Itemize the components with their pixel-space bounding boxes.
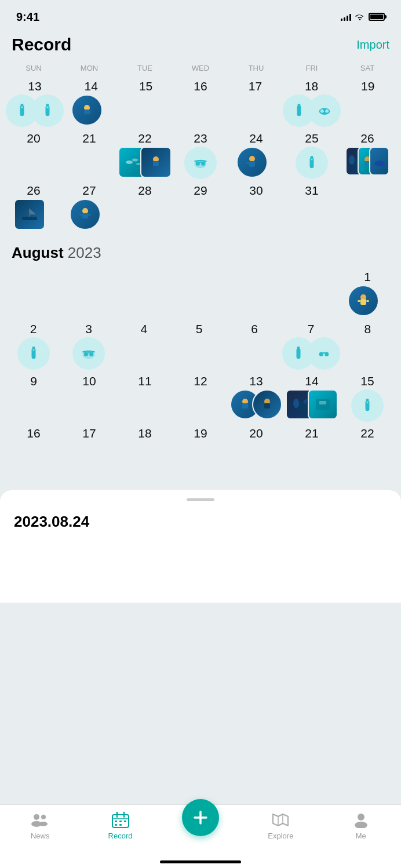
- drag-handle[interactable]: [187, 498, 214, 501]
- svg-rect-22: [201, 162, 205, 166]
- cal-day-aug15[interactable]: 15: [340, 372, 395, 424]
- status-icons: [341, 12, 385, 22]
- svg-rect-41: [88, 214, 91, 216]
- cal-day-30[interactable]: 30: [228, 181, 284, 234]
- dive-entry-aug13: [230, 389, 282, 420]
- tab-explore[interactable]: Explore: [260, 811, 301, 840]
- weekday-sat: SAT: [340, 61, 395, 75]
- svg-rect-55: [319, 352, 323, 356]
- cal-day-26sun[interactable]: 26: [6, 181, 61, 234]
- status-time: 9:41: [16, 10, 39, 24]
- cal-day-25[interactable]: 25: [284, 129, 340, 181]
- cal-day-aug1[interactable]: 1: [340, 268, 395, 320]
- cal-day-aug20[interactable]: 20: [228, 424, 284, 476]
- cal-day-aug7[interactable]: 7: [282, 320, 340, 372]
- cal-day-aug9[interactable]: 9: [6, 372, 61, 424]
- tab-news-label: News: [31, 831, 50, 840]
- wifi-icon: [355, 12, 365, 22]
- cal-day-aug22[interactable]: 22: [340, 424, 395, 476]
- svg-rect-44: [358, 300, 360, 302]
- import-button[interactable]: Import: [356, 38, 389, 52]
- cal-day-aug14[interactable]: 14: [284, 372, 340, 424]
- svg-point-16: [132, 159, 138, 162]
- svg-rect-28: [311, 156, 313, 158]
- weekday-wed: WED: [173, 61, 228, 75]
- cal-day-aug21[interactable]: 21: [284, 424, 340, 476]
- july-week2: 20 21 22: [6, 129, 395, 181]
- cal-day-13[interactable]: 13: [6, 77, 64, 129]
- tab-explore-label: Explore: [268, 831, 293, 840]
- cal-day-27[interactable]: 27: [61, 181, 117, 234]
- cal-day-aug10[interactable]: 10: [61, 372, 117, 424]
- cal-day-19[interactable]: 19: [341, 77, 395, 129]
- dive-photo-aug1: [348, 285, 379, 316]
- cal-day-aug13[interactable]: 13: [228, 372, 284, 424]
- home-indicator: [160, 860, 241, 863]
- cal-day-21[interactable]: 21: [61, 129, 117, 181]
- svg-rect-77: [115, 820, 117, 822]
- svg-rect-26: [246, 162, 249, 164]
- cal-day-aug11[interactable]: 11: [117, 372, 173, 424]
- cal-day-18[interactable]: 18: [283, 77, 341, 129]
- svg-rect-61: [264, 403, 270, 409]
- cal-day-20[interactable]: 20: [6, 129, 61, 181]
- cal-day-aug19[interactable]: 19: [173, 424, 228, 476]
- cal-day-24[interactable]: 24: [228, 129, 284, 181]
- cal-day-16[interactable]: 16: [173, 77, 228, 129]
- august-month-title: August 2023: [6, 234, 395, 268]
- august-week3: 16 17 18 19 20 21 22: [6, 424, 395, 476]
- svg-rect-80: [115, 824, 117, 826]
- cal-day-aug3[interactable]: 3: [61, 320, 116, 372]
- cal-day-aug17[interactable]: 17: [61, 424, 117, 476]
- tab-news[interactable]: News: [20, 811, 60, 840]
- svg-point-88: [355, 822, 367, 828]
- dive-entry-26sat: [345, 147, 389, 176]
- dive-photo-26: [14, 199, 45, 230]
- cal-day-26sat[interactable]: 26: [340, 129, 395, 181]
- svg-marker-37: [30, 209, 36, 214]
- tab-add[interactable]: [180, 811, 221, 836]
- date-panel: 2023.08.24: [0, 490, 401, 603]
- cal-day-aug6[interactable]: 6: [227, 320, 282, 372]
- tank-icon-aug2: [17, 337, 50, 370]
- tab-me[interactable]: Me: [341, 811, 381, 840]
- dive-entry-aug7: [282, 337, 340, 370]
- cal-day-31[interactable]: 31: [284, 181, 340, 234]
- cal-day-aug8[interactable]: 8: [340, 320, 395, 372]
- mask-icon-aug3: [72, 337, 105, 370]
- weekday-fri: FRI: [284, 61, 340, 75]
- cal-day-aug16[interactable]: 16: [6, 424, 61, 476]
- cal-day-22[interactable]: 22: [117, 129, 173, 181]
- svg-rect-8: [84, 110, 90, 114]
- cal-day-aug2[interactable]: 2: [6, 320, 61, 372]
- svg-rect-57: [323, 352, 325, 353]
- cal-day-23[interactable]: 23: [173, 129, 228, 181]
- mask-icon-1: [308, 94, 341, 127]
- date-display: 2023.08.24: [14, 510, 387, 533]
- cal-day-14[interactable]: 14: [64, 77, 118, 129]
- svg-rect-45: [366, 300, 369, 302]
- cal-day-aug12[interactable]: 12: [173, 372, 228, 424]
- cal-day-17[interactable]: 17: [228, 77, 282, 129]
- tab-record[interactable]: Record: [100, 811, 141, 840]
- cal-day-empty: [340, 181, 395, 234]
- svg-point-2: [21, 106, 23, 108]
- cal-day-15[interactable]: 15: [118, 77, 173, 129]
- svg-rect-65: [319, 401, 326, 404]
- svg-point-69: [34, 814, 39, 820]
- cal-day-aug18[interactable]: 18: [117, 424, 173, 476]
- svg-marker-84: [273, 814, 288, 826]
- svg-rect-52: [88, 352, 90, 353]
- cal-day-29[interactable]: 29: [173, 181, 228, 234]
- tab-me-label: Me: [356, 831, 366, 840]
- status-bar: 9:41: [0, 0, 401, 30]
- add-button[interactable]: [182, 799, 219, 836]
- cal-day-28[interactable]: 28: [117, 181, 173, 234]
- tank-icon-4: [296, 147, 328, 179]
- cal-day-aug4[interactable]: 4: [116, 320, 172, 372]
- page-header: Record Import: [0, 30, 401, 61]
- weekday-mon: MON: [61, 61, 117, 75]
- svg-rect-14: [323, 110, 326, 111]
- cal-day-aug5[interactable]: 5: [172, 320, 227, 372]
- svg-rect-43: [360, 299, 366, 305]
